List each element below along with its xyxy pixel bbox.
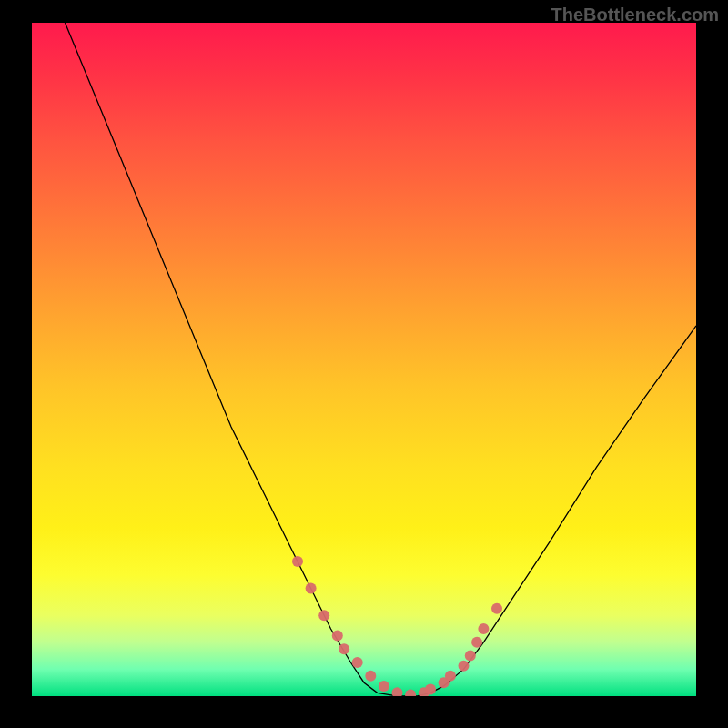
- score-point: [445, 671, 456, 682]
- watermark-text: TheBottleneck.com: [551, 5, 719, 25]
- score-point: [339, 643, 349, 654]
- score-point: [292, 556, 303, 567]
- score-point: [392, 687, 403, 696]
- score-point: [425, 684, 436, 695]
- chart-plot-area: [32, 23, 696, 696]
- score-point: [491, 603, 502, 614]
- chart-svg: [32, 23, 696, 696]
- score-point: [379, 681, 389, 692]
- score-point: [318, 610, 329, 621]
- score-point: [306, 583, 317, 594]
- score-point: [465, 651, 476, 662]
- score-points-group: [292, 556, 502, 696]
- score-point: [405, 690, 416, 697]
- score-point: [478, 623, 489, 634]
- bottleneck-curve: [32, 23, 696, 696]
- score-point: [352, 657, 363, 668]
- score-point: [471, 637, 482, 648]
- score-point: [365, 671, 376, 682]
- score-point: [332, 630, 343, 641]
- score-point: [459, 661, 470, 672]
